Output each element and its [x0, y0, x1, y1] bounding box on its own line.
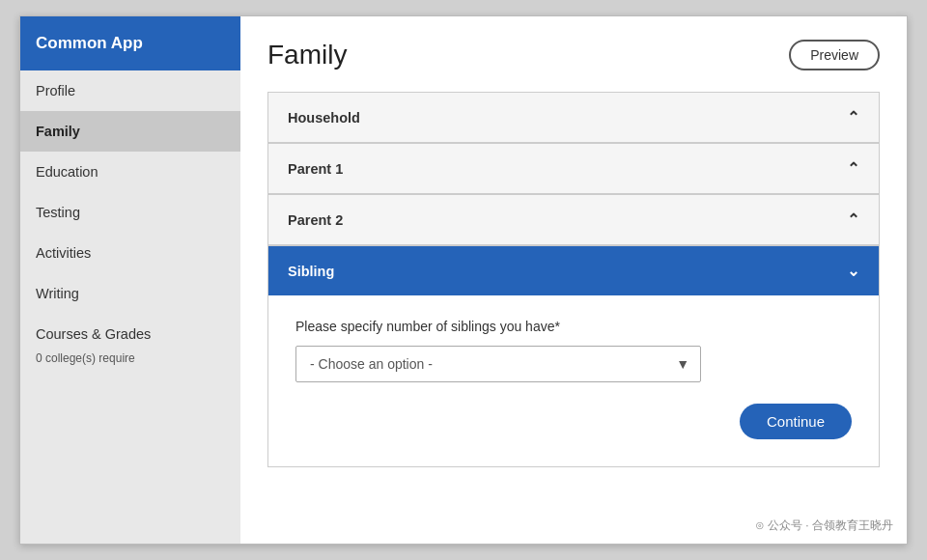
preview-button[interactable]: Preview	[789, 40, 880, 70]
sidebar-item-writing[interactable]: Writing	[20, 273, 240, 314]
siblings-field-label: Please specify number of siblings you ha…	[295, 319, 852, 334]
sidebar-item-profile[interactable]: Profile	[20, 70, 240, 111]
accordion-header-household[interactable]: Household ⌃	[268, 93, 879, 143]
accordion-header-parent2[interactable]: Parent 2 ⌃	[268, 195, 879, 245]
sidebar: Common App Profile Family Education Test…	[20, 16, 240, 544]
accordion-household: Household ⌃	[267, 92, 880, 144]
courses-sub-label: 0 college(s) require	[20, 346, 240, 377]
continue-row: Continue	[295, 404, 852, 439]
siblings-select[interactable]: - Choose an option - 0 1 2 3 4 5 6 7+	[295, 346, 701, 382]
accordion-parent2: Parent 2 ⌃	[267, 195, 880, 246]
siblings-select-wrapper: - Choose an option - 0 1 2 3 4 5 6 7+ ▼	[295, 346, 701, 382]
sibling-body: Please specify number of siblings you ha…	[268, 295, 879, 466]
chevron-up-icon: ⌃	[847, 108, 859, 126]
sidebar-item-education[interactable]: Education	[20, 152, 240, 192]
sidebar-header: Common App	[20, 16, 240, 70]
chevron-up-icon: ⌃	[847, 159, 859, 178]
continue-button[interactable]: Continue	[740, 404, 852, 439]
page-title: Family	[267, 40, 347, 70]
accordion-sibling: Sibling ⌄ Please specify number of sibli…	[267, 246, 880, 467]
watermark: ⊙ 公众号 · 合领教育王晓丹	[755, 518, 893, 534]
chevron-up-icon: ⌃	[847, 210, 859, 229]
accordion-header-sibling[interactable]: Sibling ⌄	[268, 246, 879, 295]
sidebar-item-courses[interactable]: Courses & Grades	[20, 314, 240, 346]
accordion-header-parent1[interactable]: Parent 1 ⌃	[268, 144, 879, 194]
sidebar-item-activities[interactable]: Activities	[20, 233, 240, 273]
chevron-down-icon: ⌄	[847, 262, 859, 280]
sidebar-item-testing[interactable]: Testing	[20, 192, 240, 233]
main-header: Family Preview	[267, 40, 880, 70]
sidebar-item-family[interactable]: Family	[20, 111, 240, 152]
main-content: Family Preview Household ⌃ Parent 1 ⌃ Pa…	[240, 16, 907, 544]
app-title: Common App	[36, 34, 143, 53]
accordion-parent1: Parent 1 ⌃	[267, 144, 880, 195]
